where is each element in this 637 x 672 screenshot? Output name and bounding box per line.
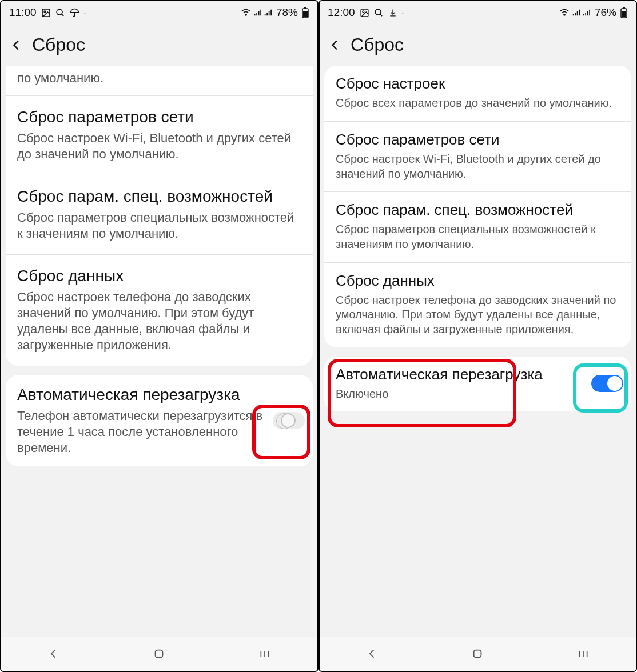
auto-restart-card: Автоматическая перезагрузка Телефон авто…	[6, 375, 313, 466]
status-right: 76%	[559, 6, 628, 19]
reset-network-item[interactable]: Сброс параметров сети Сброс настроек Wi-…	[324, 122, 631, 192]
status-bar: 12:00 · 76%	[320, 1, 636, 24]
reset-data-item[interactable]: Сброс данных Сброс настроек телефона до …	[324, 263, 631, 347]
item-desc: Сброс настроек телефона до заводских зна…	[336, 293, 620, 337]
auto-restart-card: Автоматическая перезагрузка Включено	[324, 357, 631, 412]
auto-restart-title: Автоматическая перезагрузка	[17, 385, 266, 405]
auto-restart-row[interactable]: Автоматическая перезагрузка Включено	[324, 357, 631, 412]
wifi-icon	[559, 9, 570, 17]
wifi-icon	[241, 9, 251, 17]
svg-point-13	[363, 10, 364, 12]
svg-point-14	[375, 9, 381, 15]
search-icon	[374, 8, 384, 18]
svg-line-15	[380, 14, 382, 16]
item-desc: Сброс параметров специальных возможносте…	[17, 210, 301, 242]
status-right: 78%	[241, 6, 309, 19]
svg-rect-6	[303, 11, 308, 17]
page-title: Сброс	[351, 34, 404, 55]
svg-point-4	[245, 14, 246, 15]
image-icon	[41, 8, 51, 18]
fragment-text: по умолчанию.	[17, 70, 301, 86]
phone-screen-right: 12:00 · 76% Сброс Сброс настроек Сброс в…	[318, 0, 637, 672]
status-left: 11:00 ·	[9, 6, 86, 19]
signal-icon-2	[264, 9, 272, 17]
reset-settings-item[interactable]: Сброс настроек Сброс всех параметров до …	[324, 66, 631, 122]
nav-back-button[interactable]	[361, 642, 384, 665]
search-icon	[55, 8, 65, 18]
content[interactable]: по умолчанию. Сброс параметров сети Сбро…	[1, 66, 317, 637]
phone-screen-left: 11:00 · 78% Сброс по умолчанию. Сброс па…	[0, 0, 318, 672]
battery-percent: 76%	[595, 6, 616, 19]
status-left: 12:00 ·	[328, 6, 404, 19]
battery-percent: 78%	[276, 6, 298, 19]
nav-back-button[interactable]	[42, 642, 65, 665]
page-header: Сброс	[320, 24, 636, 66]
item-title: Сброс параметров сети	[336, 131, 620, 149]
content[interactable]: Сброс настроек Сброс всех параметров до …	[320, 66, 636, 637]
svg-rect-21	[474, 650, 481, 658]
page-header: Сброс	[1, 24, 317, 66]
item-desc: Сброс параметров специальных возможносте…	[336, 222, 620, 251]
nav-recents-button[interactable]	[253, 642, 276, 665]
status-time: 11:00	[9, 6, 37, 19]
item-title: Сброс парам. спец. возможностей	[17, 187, 301, 206]
signal-icon-1	[253, 9, 261, 17]
reset-accessibility-item[interactable]: Сброс парам. спец. возможностей Сброс па…	[324, 192, 631, 262]
nav-home-button[interactable]	[148, 642, 170, 665]
auto-restart-row[interactable]: Автоматическая перезагрузка Телефон авто…	[6, 375, 313, 466]
settings-card-1: по умолчанию. Сброс параметров сети Сбро…	[6, 66, 313, 366]
svg-rect-8	[156, 650, 163, 658]
signal-icon-1	[572, 9, 580, 17]
battery-icon	[301, 7, 309, 18]
battery-icon	[620, 7, 628, 18]
svg-point-17	[564, 14, 565, 15]
back-button[interactable]	[325, 35, 345, 55]
item-desc: Сброс настроек телефона до заводских зна…	[17, 289, 301, 354]
auto-restart-title: Автоматическая перезагрузка	[336, 366, 584, 383]
nav-recents-button[interactable]	[572, 642, 595, 665]
settings-card-1: Сброс настроек Сброс всех параметров до …	[324, 66, 631, 347]
auto-restart-toggle[interactable]	[591, 375, 623, 392]
reset-data-item[interactable]: Сброс данных Сброс настроек телефона до …	[6, 255, 313, 366]
auto-restart-desc: Телефон автоматически перезагрузится в т…	[17, 408, 266, 456]
svg-rect-19	[622, 11, 626, 17]
fragment-item[interactable]: по умолчанию.	[6, 66, 313, 96]
reset-network-item[interactable]: Сброс параметров сети Сброс настроек Wi-…	[6, 96, 313, 175]
auto-restart-desc: Включено	[336, 387, 584, 402]
item-desc: Сброс настроек Wi-Fi, Bluetooth и других…	[336, 152, 620, 181]
item-title: Сброс параметров сети	[17, 107, 301, 127]
item-title: Сброс данных	[336, 272, 620, 290]
reset-accessibility-item[interactable]: Сброс парам. спец. возможностей Сброс па…	[6, 175, 313, 255]
nav-home-button[interactable]	[466, 642, 489, 665]
item-title: Сброс данных	[17, 266, 301, 286]
status-bar: 11:00 · 78%	[1, 1, 317, 24]
svg-line-3	[61, 14, 63, 16]
status-more-dot: ·	[402, 8, 404, 17]
svg-point-1	[44, 10, 46, 12]
svg-point-2	[57, 9, 62, 15]
svg-rect-7	[304, 7, 306, 9]
item-desc: Сброс всех параметров до значений по умо…	[336, 96, 620, 111]
signal-icon-2	[582, 9, 590, 17]
item-title: Сброс настроек	[336, 75, 620, 93]
item-desc: Сброс настроек Wi-Fi, Bluetooth и других…	[17, 130, 301, 162]
image-icon	[360, 8, 369, 18]
page-title: Сброс	[32, 34, 85, 55]
back-button[interactable]	[7, 35, 26, 55]
status-time: 12:00	[328, 6, 355, 19]
svg-rect-20	[623, 7, 625, 9]
status-more-dot: ·	[84, 8, 86, 17]
nav-bar	[320, 637, 636, 671]
umbrella-icon	[70, 8, 79, 18]
download-icon	[388, 8, 397, 18]
nav-bar	[1, 637, 317, 671]
item-title: Сброс парам. спец. возможностей	[336, 201, 620, 219]
auto-restart-toggle[interactable]	[273, 412, 305, 429]
